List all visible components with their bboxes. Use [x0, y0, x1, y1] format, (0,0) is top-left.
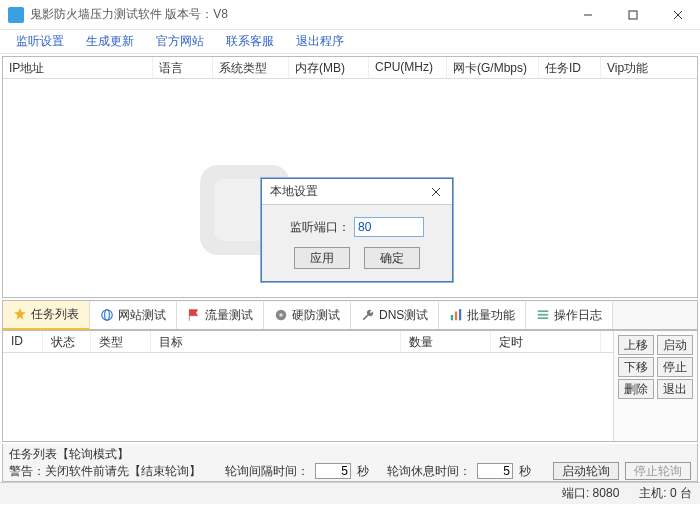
col-mem[interactable]: 内存(MB) [289, 57, 369, 78]
tab-label: 网站测试 [118, 307, 166, 324]
tab-label: DNS测试 [379, 307, 428, 324]
tab-webtest[interactable]: 网站测试 [90, 302, 177, 329]
tab-hardtest[interactable]: 硬防测试 [264, 302, 351, 329]
tab-label: 任务列表 [31, 306, 79, 323]
tab-label: 批量功能 [467, 307, 515, 324]
close-button[interactable] [655, 0, 700, 30]
col-id[interactable]: ID [3, 331, 43, 352]
poll-interval-input[interactable] [315, 463, 351, 479]
maximize-icon [628, 10, 638, 20]
tabs-bar: 任务列表 网站测试 流量测试 硬防测试 DNS测试 批量功能 操作日志 [2, 300, 698, 330]
col-ip[interactable]: IP地址 [3, 57, 153, 78]
port-label: 监听端口： [290, 219, 350, 236]
statusbar: 端口: 8080 主机: 0 台 [0, 482, 700, 504]
menu-exit[interactable]: 退出程序 [286, 30, 354, 53]
col-status[interactable]: 状态 [43, 331, 91, 352]
minimize-icon [583, 10, 593, 20]
move-up-button[interactable]: 上移 [618, 335, 654, 355]
col-type[interactable]: 类型 [91, 331, 151, 352]
ok-button[interactable]: 确定 [364, 247, 420, 269]
window-title: 鬼影防火墙压力测试软件 版本号：V8 [30, 6, 228, 23]
col-timer[interactable]: 定时 [491, 331, 601, 352]
col-os[interactable]: 系统类型 [213, 57, 289, 78]
apply-button[interactable]: 应用 [294, 247, 350, 269]
poll-rest-input[interactable] [477, 463, 513, 479]
move-down-button[interactable]: 下移 [618, 357, 654, 377]
svg-rect-9 [451, 315, 453, 320]
poll-interval-label: 轮询间隔时间： [225, 463, 309, 480]
tasks-panel: ID 状态 类型 目标 数量 定时 上移启动 下移停止 删除退出 [2, 330, 698, 442]
dialog-close-button[interactable] [424, 182, 448, 202]
app-icon [8, 7, 24, 23]
start-button[interactable]: 启动 [657, 335, 693, 355]
svg-point-6 [105, 310, 110, 321]
tab-label: 流量测试 [205, 307, 253, 324]
col-net[interactable]: 网卡(G/Mbps) [447, 57, 539, 78]
col-target[interactable]: 目标 [151, 331, 401, 352]
stop-button[interactable]: 停止 [657, 357, 693, 377]
hosts-header: IP地址 语言 系统类型 内存(MB) CPU(MHz) 网卡(G/Mbps) … [3, 57, 697, 79]
list-icon [536, 308, 550, 322]
minimize-button[interactable] [565, 0, 610, 30]
svg-rect-1 [629, 11, 637, 19]
tab-batch[interactable]: 批量功能 [439, 302, 526, 329]
svg-point-5 [102, 310, 113, 321]
menubar: 监听设置 生成更新 官方网站 联系客服 退出程序 [0, 30, 700, 54]
delete-button[interactable]: 删除 [618, 379, 654, 399]
titlebar: 鬼影防火墙压力测试软件 版本号：V8 [0, 0, 700, 30]
flag-icon [187, 308, 201, 322]
globe-icon [100, 308, 114, 322]
bars-icon [449, 308, 463, 322]
wrench-icon [361, 308, 375, 322]
col-qty[interactable]: 数量 [401, 331, 491, 352]
menu-website[interactable]: 官方网站 [146, 30, 214, 53]
svg-marker-4 [14, 308, 26, 320]
port-input[interactable] [354, 217, 424, 237]
tab-label: 硬防测试 [292, 307, 340, 324]
svg-rect-13 [538, 314, 549, 316]
poll-sec1: 秒 [357, 463, 369, 480]
task-buttons: 上移启动 下移停止 删除退出 [613, 331, 697, 441]
col-vip[interactable]: Vip功能 [601, 57, 671, 78]
tasks-table: ID 状态 类型 目标 数量 定时 [3, 331, 613, 441]
col-cpu[interactable]: CPU(MHz) [369, 57, 447, 78]
poll-stop-button[interactable]: 停止轮询 [625, 462, 691, 480]
maximize-button[interactable] [610, 0, 655, 30]
close-icon [431, 187, 441, 197]
poll-sec2: 秒 [519, 463, 531, 480]
poll-rest-label: 轮询休息时间： [387, 463, 471, 480]
poll-title: 任务列表【轮询模式】 [9, 446, 129, 463]
poll-bar: 任务列表【轮询模式】 警告：关闭软件前请先【结束轮询】 轮询间隔时间： 秒 轮询… [2, 444, 698, 482]
menu-generate[interactable]: 生成更新 [76, 30, 144, 53]
col-lang[interactable]: 语言 [153, 57, 213, 78]
menu-contact[interactable]: 联系客服 [216, 30, 284, 53]
menu-listen[interactable]: 监听设置 [6, 30, 74, 53]
dialog-titlebar[interactable]: 本地设置 [262, 179, 452, 205]
status-port: 端口: 8080 [562, 485, 619, 502]
status-host: 主机: 0 台 [639, 485, 692, 502]
tab-label: 操作日志 [554, 307, 602, 324]
tab-log[interactable]: 操作日志 [526, 302, 613, 329]
svg-rect-11 [459, 309, 461, 320]
tab-traffic[interactable]: 流量测试 [177, 302, 264, 329]
tasks-header: ID 状态 类型 目标 数量 定时 [3, 331, 613, 353]
settings-dialog: 本地设置 监听端口： 应用 确定 [261, 178, 453, 282]
poll-warning: 警告：关闭软件前请先【结束轮询】 [9, 463, 201, 480]
tab-tasklist[interactable]: 任务列表 [3, 301, 90, 330]
dialog-title-text: 本地设置 [270, 183, 318, 200]
col-taskid[interactable]: 任务ID [539, 57, 601, 78]
exit-button[interactable]: 退出 [657, 379, 693, 399]
svg-point-8 [279, 313, 283, 317]
disk-icon [274, 308, 288, 322]
close-icon [673, 10, 683, 20]
window-controls [565, 0, 700, 30]
dialog-body: 监听端口： 应用 确定 [262, 205, 452, 281]
svg-rect-10 [455, 312, 457, 321]
svg-rect-12 [538, 310, 549, 312]
tab-dns[interactable]: DNS测试 [351, 302, 439, 329]
star-icon [13, 307, 27, 321]
svg-rect-14 [538, 317, 549, 319]
poll-start-button[interactable]: 启动轮询 [553, 462, 619, 480]
